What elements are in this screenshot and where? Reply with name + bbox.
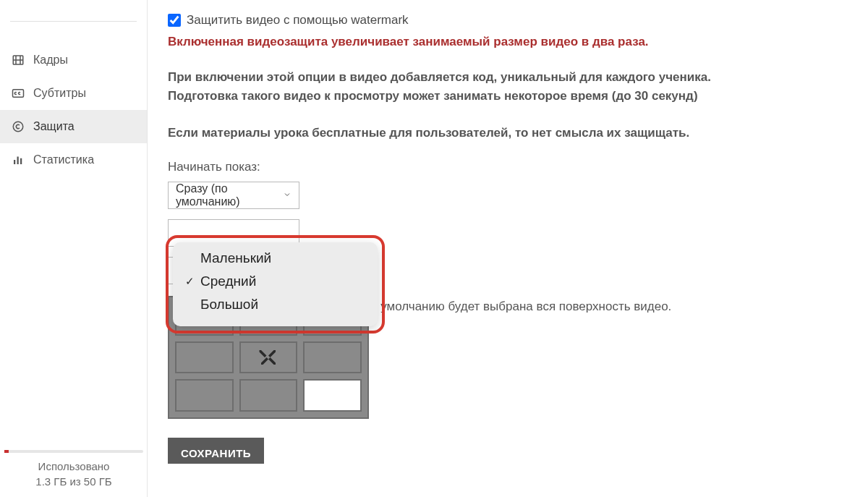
region-cell-center[interactable] [239, 341, 298, 374]
sidebar-item-stats[interactable]: Статистика [0, 143, 147, 177]
film-icon [12, 54, 25, 67]
size-option-large[interactable]: Большой [173, 293, 378, 316]
save-button[interactable]: СОХРАНИТЬ [168, 438, 264, 464]
size-option-label: Маленький [200, 250, 271, 266]
region-cell-9[interactable] [303, 379, 362, 412]
region-cell-6[interactable] [303, 341, 362, 374]
sidebar-item-label: Субтитры [33, 87, 86, 100]
storage-bar [4, 450, 143, 453]
check-icon: ✓ [184, 275, 195, 288]
watermark-checkbox[interactable] [168, 14, 181, 27]
storage-used-label: Использовано [0, 459, 148, 475]
region-cell-7[interactable] [175, 379, 234, 412]
storage-block: Использовано 1.3 ГБ из 50 ГБ [0, 450, 148, 490]
chevron-down-icon [283, 190, 292, 201]
sidebar: Кадры Субтитры Защита С [0, 0, 148, 497]
svg-rect-6 [14, 160, 15, 164]
bar-chart-icon [12, 153, 25, 166]
svg-point-5 [13, 122, 23, 132]
region-hint-partial: о умолчанию будет выбрана вся поверхност… [370, 300, 671, 314]
sidebar-divider [10, 0, 137, 22]
size-dropdown-highlight: Маленький ✓ Средний Большой [166, 235, 385, 334]
sidebar-item-protection[interactable]: Защита [0, 110, 147, 143]
sidebar-item-subtitles[interactable]: Субтитры [0, 77, 147, 110]
watermark-checkbox-row[interactable]: Защитить видео с помощью watermark [168, 13, 846, 27]
storage-bar-fill [4, 450, 9, 453]
size-dropdown: Маленький ✓ Средний Большой [173, 242, 378, 326]
info-line-2: Подготовка такого видео к просмотру може… [168, 87, 846, 106]
svg-rect-7 [17, 157, 19, 165]
size-option-label: Средний [200, 273, 256, 289]
storage-used-value: 1.3 ГБ из 50 ГБ [0, 474, 148, 490]
size-option-small[interactable]: Маленький [173, 247, 378, 270]
start-show-select[interactable]: Сразу (по умолчанию) [168, 182, 299, 209]
region-cell-4[interactable] [175, 341, 234, 374]
start-show-selected: Сразу (по умолчанию) [176, 182, 283, 208]
sidebar-item-label: Статистика [33, 153, 94, 166]
watermark-checkbox-label: Защитить видео с помощью watermark [187, 13, 409, 27]
info-line-3: Если материалы урока бесплатные для поль… [168, 124, 846, 143]
sidebar-item-label: Защита [33, 120, 75, 133]
region-cell-8[interactable] [239, 379, 298, 412]
cc-icon [12, 87, 25, 100]
copyright-icon [12, 120, 25, 133]
info-line-1: При включении этой опции в видео добавля… [168, 68, 846, 87]
size-option-label: Большой [200, 297, 258, 313]
size-option-medium[interactable]: ✓ Средний [173, 270, 378, 293]
start-show-label: Начинать показ: [168, 160, 846, 174]
warning-text: Включенная видеозащита увеличивает заним… [168, 35, 846, 49]
fullscreen-icon [258, 347, 279, 368]
save-button-label: СОХРАНИТЬ [181, 447, 251, 459]
sidebar-item-label: Кадры [33, 54, 68, 67]
svg-rect-8 [20, 158, 22, 164]
sidebar-item-frames[interactable]: Кадры [0, 43, 147, 77]
